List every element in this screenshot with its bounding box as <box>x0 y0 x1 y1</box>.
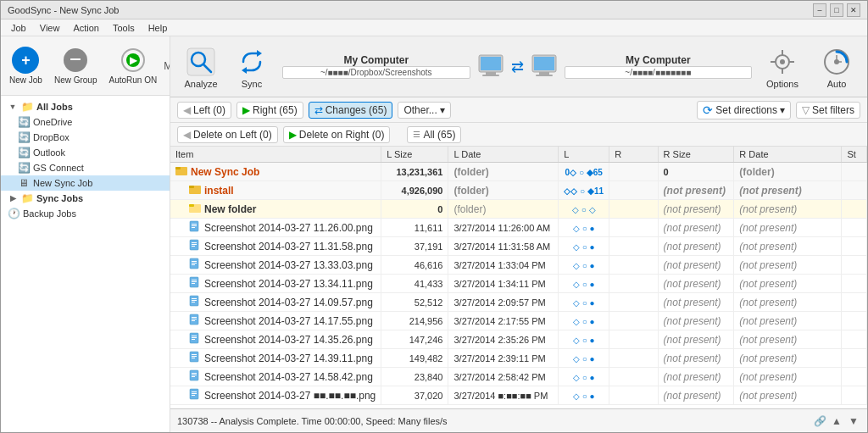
svg-rect-58 <box>192 320 195 321</box>
left-filter-button[interactable]: ◀ Left (0) <box>177 102 231 119</box>
cell-rdate: (not present) <box>734 312 842 330</box>
table-row[interactable]: Screenshot 2014-03-27 14.09.57.png52,512… <box>170 293 867 312</box>
svg-rect-68 <box>192 373 197 374</box>
scroll-down-icon[interactable]: ▼ <box>847 414 860 428</box>
col-header-rdate: R Date <box>734 147 842 163</box>
cell-ldate: 3/27/2014 2:39:11 PM <box>448 349 559 368</box>
sidebar-item-all-jobs[interactable]: ▼ 📁 All Jobs <box>1 99 170 114</box>
new-job-button[interactable]: + New Job <box>6 43 46 88</box>
table-row[interactable]: New Sync Job13,231,361(folder)0◇ ○ ◆650(… <box>170 163 867 181</box>
other-dropdown-icon: ▾ <box>440 104 445 116</box>
other-filter-button[interactable]: Other... ▾ <box>398 102 450 119</box>
top-toolbar: Analyze Sync My Compu <box>170 36 867 97</box>
menu-job[interactable]: Job <box>4 21 33 35</box>
window-controls[interactable]: – □ ✕ <box>813 3 860 17</box>
directions-dropdown-icon: ▾ <box>780 104 785 116</box>
delete-left-button[interactable]: ◀ Delete on Left (0) <box>177 126 278 143</box>
cell-rsize: (not present) <box>658 312 734 330</box>
left-path-value[interactable]: ~/■■■■/Dropbox/Screenshots <box>282 66 470 79</box>
menu-tools[interactable]: Tools <box>106 21 142 35</box>
cell-st <box>842 200 867 219</box>
cell-item: New folder <box>170 200 381 219</box>
sidebar-item-backup-jobs[interactable]: 🕐 Backup Jobs <box>1 206 170 221</box>
cell-r <box>609 275 658 293</box>
cell-st <box>842 163 867 181</box>
cell-lsize: 11,611 <box>381 219 448 237</box>
cell-r <box>609 219 658 237</box>
autorun-button[interactable]: ▶ AutoRun ON <box>105 43 160 88</box>
sidebar-toolbar-group: + New Job New Group <box>6 43 160 88</box>
sync-button[interactable]: Sync <box>228 42 275 92</box>
sidebar-toolbar: + New Job New Group <box>1 36 170 96</box>
cell-item: install <box>170 181 381 200</box>
table-row[interactable]: Screenshot 2014-03-27 11.31.58.png37,191… <box>170 237 867 256</box>
sidebar-item-dropbox[interactable]: 🔄 DropBox <box>1 130 170 145</box>
new-group-button[interactable]: New Group <box>51 43 101 88</box>
svg-rect-53 <box>192 300 197 301</box>
file-table-wrapper[interactable]: Item L Size L Date L R R Size R Date St … <box>170 147 867 408</box>
link-icon[interactable]: 🔗 <box>813 414 826 428</box>
table-row[interactable]: Screenshot 2014-03-27 14.17.55.png214,95… <box>170 312 867 330</box>
new-job-label: New Job <box>9 75 42 85</box>
table-row[interactable]: Screenshot 2014-03-27 11.26.00.png11,611… <box>170 219 867 237</box>
table-row[interactable]: Screenshot 2014-03-27 13.33.03.png46,616… <box>170 256 867 275</box>
cell-rdate: (not present) <box>734 237 842 256</box>
more-button[interactable]: More ▶ <box>160 58 170 74</box>
svg-rect-18 <box>536 75 553 76</box>
analyze-label: Analyze <box>184 79 217 89</box>
svg-rect-32 <box>189 186 194 188</box>
table-row[interactable]: install4,926,090(folder)◇◇ ○ ◆11(not pre… <box>170 181 867 200</box>
cell-rdate: (folder) <box>734 163 842 181</box>
table-row[interactable]: Screenshot 2014-03-27 14.39.11.png149,48… <box>170 349 867 368</box>
delete-right-button[interactable]: ▶ Delete on Right (0) <box>283 126 391 143</box>
item-name: Screenshot 2014-03-27 13.33.03.png <box>204 259 373 271</box>
sidebar-item-new-sync-job[interactable]: 🖥 New Sync Job <box>1 175 170 191</box>
maximize-button[interactable]: □ <box>830 3 843 17</box>
cell-item: Screenshot 2014-03-27 14.39.11.png <box>170 349 381 368</box>
cell-st <box>842 386 867 405</box>
right-filter-label: Right (65) <box>253 104 298 116</box>
minimize-button[interactable]: – <box>813 3 826 17</box>
sidebar-item-onedrive[interactable]: 🔄 OneDrive <box>1 114 170 130</box>
right-path-value[interactable]: ~/■■■■/■■■■■■■ <box>565 66 753 79</box>
table-row[interactable]: Screenshot 2014-03-27 14.58.42.png23,840… <box>170 368 867 386</box>
cell-st <box>842 330 867 349</box>
status-text: 130738 -- Analysis Complete. Time 00:00:… <box>177 416 806 426</box>
table-row[interactable]: Screenshot 2014-03-27 ■■.■■.■■.png37,020… <box>170 386 867 405</box>
options-button[interactable]: Options <box>759 42 806 92</box>
cell-lsize: 41,433 <box>381 275 448 293</box>
table-row[interactable]: Screenshot 2014-03-27 13.34.11.png41,433… <box>170 275 867 293</box>
all-filter-button[interactable]: ☰ All (65) <box>407 126 461 143</box>
expand-icon: ▶ <box>8 193 18 203</box>
cell-l: ◇ ○ ● <box>559 275 609 293</box>
sidebar-item-outlook[interactable]: 🔄 Outlook <box>1 145 170 160</box>
right-filter-button[interactable]: ▶ Right (65) <box>236 102 303 119</box>
sidebar-item-gs-connect[interactable]: 🔄 GS Connect <box>1 160 170 175</box>
cell-st <box>842 293 867 312</box>
menu-action[interactable]: Action <box>66 21 106 35</box>
analyze-button[interactable]: Analyze <box>177 42 225 92</box>
close-button[interactable]: ✕ <box>847 3 860 17</box>
set-directions-button[interactable]: ⟳ Set directions ▾ <box>697 101 791 119</box>
svg-rect-73 <box>192 393 197 394</box>
changes-filter-button[interactable]: ⇄ Changes (65) <box>309 102 393 119</box>
cell-lsize: 0 <box>381 200 448 219</box>
menu-help[interactable]: Help <box>142 21 175 35</box>
sidebar-label-dropbox: DropBox <box>33 132 70 142</box>
set-filters-button[interactable]: ▽ Set filters <box>796 102 860 119</box>
menu-view[interactable]: View <box>33 21 67 35</box>
svg-rect-69 <box>192 375 197 375</box>
cell-rsize: (not present) <box>658 349 734 368</box>
auto-button[interactable]: Auto <box>813 42 860 92</box>
scroll-up-icon[interactable]: ▲ <box>830 414 843 428</box>
cell-ldate: 3/27/2014 1:34:11 PM <box>448 275 559 293</box>
cell-r <box>609 256 658 275</box>
cell-rdate: (not present) <box>734 349 842 368</box>
svg-rect-52 <box>192 298 197 299</box>
table-row[interactable]: New folder0(folder)◇ ○ ◇(not present)(no… <box>170 200 867 219</box>
sidebar-tree: ▼ 📁 All Jobs 🔄 OneDrive 🔄 DropBox 🔄 Outl… <box>1 96 170 432</box>
table-row[interactable]: Screenshot 2014-03-27 14.35.26.png147,24… <box>170 330 867 349</box>
path-section: My Computer ~/■■■■/Dropbox/Screenshots ⇄ <box>282 52 752 82</box>
cell-l: ◇◇ ○ ◆11 <box>559 181 609 200</box>
sidebar-item-sync-jobs[interactable]: ▶ 📁 Sync Jobs <box>1 191 170 206</box>
